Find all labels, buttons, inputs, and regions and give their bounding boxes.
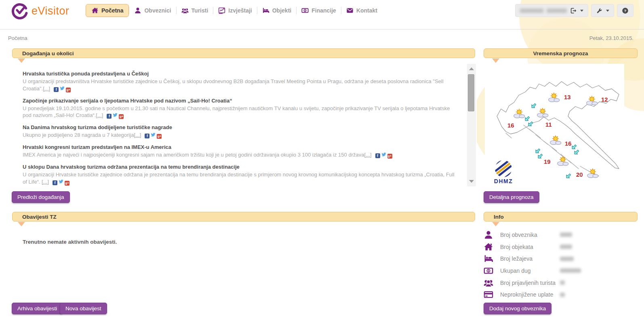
- info-row: Broj objekata: [484, 241, 638, 253]
- user-account-button[interactable]: [515, 4, 588, 17]
- scroll-down-arrow[interactable]: [469, 180, 474, 183]
- chevron-down-icon: [580, 10, 583, 12]
- scrollbar-thumb[interactable]: [468, 74, 474, 111]
- masked-value: [560, 280, 565, 285]
- info-row-icon: [484, 290, 493, 299]
- panel-pointer: [492, 59, 499, 63]
- detailed-forecast-button[interactable]: Detaljna prognoza: [484, 191, 539, 203]
- masked-username: [520, 8, 543, 13]
- nav-item-objekti[interactable]: Objekti: [257, 7, 296, 14]
- scroll-up-arrow[interactable]: [469, 67, 474, 70]
- nav-item-label: Financije: [311, 7, 336, 14]
- facebook-icon[interactable]: f: [53, 180, 57, 185]
- twitter-icon[interactable]: [59, 179, 63, 184]
- nav-item-turisti[interactable]: Turisti: [176, 7, 213, 14]
- facebook-icon[interactable]: f: [375, 153, 380, 158]
- current-date: Petak, 23.10.2015.: [589, 35, 633, 41]
- facebook-icon[interactable]: f: [145, 134, 149, 138]
- header-divider: [0, 29, 644, 29]
- app-logo[interactable]: eVisitor: [11, 2, 69, 19]
- news-more-link[interactable]: [...]: [134, 132, 141, 138]
- add-obligor-button[interactable]: Dodaj novog obveznika: [484, 303, 551, 314]
- masked-value: [560, 245, 572, 249]
- info-row-icon: [484, 266, 493, 276]
- info-row-label: Broj objekata: [500, 244, 560, 250]
- masked-value: [560, 293, 565, 297]
- info-row-icon: [484, 242, 493, 252]
- google-plus-icon[interactable]: g+: [387, 154, 392, 159]
- notices-empty-message: Trenutno nemate aktivnih obavijesti.: [23, 239, 117, 245]
- google-plus-icon[interactable]: g+: [157, 134, 162, 139]
- news-scrollbar[interactable]: [467, 64, 476, 186]
- temperature-label: 16: [507, 122, 514, 129]
- news-item: Na Danima hrvatskog turizma dodijeljene …: [23, 124, 457, 139]
- facebook-icon[interactable]: f: [107, 114, 112, 119]
- info-row: Neproknjižene uplate: [484, 289, 638, 301]
- news-more-link[interactable]: [...]: [96, 112, 103, 118]
- chevron-down-icon: [606, 10, 609, 12]
- info-stats-list: Broj obveznika Broj objekata Broj ležaje…: [484, 229, 638, 301]
- events-news-list: Hrvatska turistička ponuda predstavljena…: [12, 64, 477, 186]
- nav-icon: [301, 7, 309, 14]
- suggest-events-button[interactable]: Predloži događanja: [12, 191, 70, 203]
- news-more-link[interactable]: [...]: [42, 179, 49, 185]
- nav-icon: [181, 7, 189, 14]
- notices-archive-button[interactable]: Arhiva obavijesti: [12, 303, 63, 314]
- twitter-icon[interactable]: [381, 152, 386, 157]
- news-item-title: Na Danima hrvatskog turizma dodijeljene …: [23, 124, 457, 130]
- google-plus-icon[interactable]: g+: [65, 181, 69, 186]
- news-more-link[interactable]: [...]: [364, 152, 371, 158]
- news-item-summary: U organizaciji predstavništva Hrvatske t…: [23, 78, 457, 92]
- help-button[interactable]: [617, 4, 633, 17]
- twitter-icon[interactable]: [60, 86, 65, 91]
- info-row-label: Broj ležajeva: [500, 255, 560, 262]
- tools-button[interactable]: [591, 4, 614, 17]
- temperature-label: 11: [545, 121, 552, 128]
- news-item-title: Započinje prikazivanje serijala o ljepot…: [23, 98, 457, 104]
- google-plus-icon[interactable]: g+: [66, 88, 71, 92]
- twitter-icon[interactable]: [113, 113, 118, 117]
- new-notice-button[interactable]: Nova obavijest: [60, 303, 107, 314]
- news-item: Hrvatska turistička ponuda predstavljena…: [23, 71, 457, 92]
- panel-pointer: [18, 222, 25, 226]
- masked-value: [560, 268, 581, 273]
- info-row-icon: [484, 230, 493, 240]
- info-row: Broj obveznika: [484, 229, 638, 241]
- nav-item-label: Obveznici: [144, 7, 171, 14]
- nav-item-kontakt[interactable]: Kontakt: [341, 7, 382, 14]
- news-item: Hrvatski kongresni turizam predstavljen …: [23, 144, 457, 159]
- nav-item-label: Kontakt: [356, 7, 377, 14]
- notices-panel-header: Obavijesti TZ: [12, 212, 475, 222]
- temperature-label: 12: [601, 96, 608, 103]
- info-row: Broj prijavljenih turista: [484, 277, 638, 289]
- temperature-label: 20: [576, 171, 583, 178]
- nav-icon: [346, 7, 354, 14]
- info-panel-header: Info: [484, 212, 638, 222]
- news-item-title: Hrvatski kongresni turizam predstavljen …: [23, 144, 457, 150]
- news-item-summary: U organizaciji Hrvatske turističke zajed…: [23, 171, 457, 186]
- news-more-link[interactable]: [...]: [43, 86, 50, 92]
- nav-item-obveznici[interactable]: Obveznici: [129, 7, 176, 14]
- nav-icon: [134, 7, 141, 14]
- info-row-icon: [484, 254, 493, 263]
- breadcrumb[interactable]: Početna: [8, 35, 27, 41]
- panel-pointer: [18, 59, 25, 63]
- nav-item-financije[interactable]: Financije: [296, 7, 341, 14]
- svg-text:DHMZ: DHMZ: [494, 178, 513, 184]
- events-panel-header: Događanja u okolici: [12, 48, 475, 58]
- twitter-icon[interactable]: [151, 132, 156, 137]
- nav-item-izvjestaji[interactable]: Izvještaji: [213, 7, 257, 14]
- info-row-label: Broj obveznika: [500, 232, 560, 238]
- nav-item-label: Početna: [101, 7, 123, 14]
- news-item-title: Hrvatska turistička ponuda predstavljena…: [23, 71, 457, 77]
- croatia-weather-map: 13121611161920 DHMZ: [485, 64, 624, 186]
- facebook-icon[interactable]: f: [54, 87, 59, 92]
- evisitor-home-page: eVisitor Početna Obveznici Turisti Izvje…: [0, 0, 644, 322]
- news-item-summary: Ukupno je podijeljeno 28 nagrada u 7 kat…: [23, 132, 457, 139]
- info-row-label: Neproknjižene uplate: [500, 291, 560, 298]
- nav-icon: [218, 7, 225, 14]
- google-plus-icon[interactable]: g+: [119, 114, 124, 119]
- main-navigation: Početna Obveznici Turisti Izvještaji Obj…: [86, 4, 382, 17]
- nav-item-pocetna[interactable]: Početna: [86, 4, 129, 17]
- nav-icon: [91, 7, 99, 14]
